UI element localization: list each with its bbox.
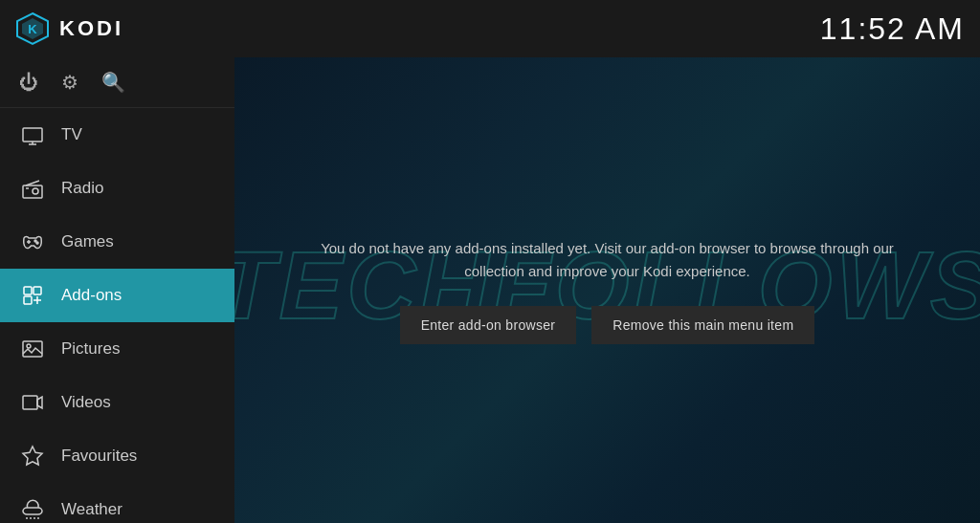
svg-point-9 (34, 240, 36, 242)
favourites-icon (19, 443, 46, 469)
videos-icon (19, 389, 46, 416)
info-text: You do not have any add-ons installed ye… (301, 237, 914, 283)
svg-rect-3 (23, 128, 42, 142)
sidebar-item-favourites[interactable]: Favourites (0, 429, 234, 483)
logo-area: K KODI (15, 11, 123, 46)
sidebar-item-favourites-label: Favourites (61, 447, 137, 466)
content-area: TECHFOLLOWS You do not have any add-ons … (234, 57, 980, 523)
sidebar-controls: ⏻ ⚙ 🔍 (0, 57, 234, 108)
sidebar-item-tv[interactable]: TV (0, 108, 234, 162)
svg-rect-11 (24, 287, 32, 294)
action-buttons: Enter add-on browser Remove this main me… (400, 306, 815, 344)
sidebar-item-radio[interactable]: Radio (0, 162, 234, 215)
remove-menu-item-button[interactable]: Remove this main menu item (591, 306, 814, 344)
top-bar: K KODI 11:52 AM (0, 0, 980, 57)
svg-point-10 (36, 242, 38, 244)
svg-rect-14 (23, 341, 42, 357)
svg-rect-13 (24, 296, 32, 304)
weather-icon (19, 496, 46, 523)
svg-point-15 (27, 344, 31, 348)
sidebar-item-radio-label: Radio (61, 179, 103, 198)
games-icon (19, 229, 46, 255)
sidebar-item-games-label: Games (61, 232, 114, 251)
time-display: 11:52 AM (820, 11, 965, 47)
settings-icon[interactable]: ⚙ (61, 71, 78, 94)
nav-items: TV Radio (0, 108, 234, 523)
power-icon[interactable]: ⏻ (19, 72, 38, 94)
svg-text:K: K (28, 22, 37, 36)
sidebar-item-pictures-label: Pictures (61, 339, 120, 359)
sidebar-item-tv-label: TV (61, 125, 82, 144)
sidebar-item-weather[interactable]: Weather (0, 483, 234, 523)
kodi-logo-icon: K (15, 11, 50, 46)
sidebar-item-pictures[interactable]: Pictures (0, 322, 234, 376)
sidebar-item-addons[interactable]: Add-ons (0, 269, 234, 322)
sidebar-item-weather-label: Weather (61, 500, 122, 519)
svg-rect-12 (33, 287, 41, 294)
sidebar-item-videos-label: Videos (61, 393, 111, 412)
pictures-icon (19, 336, 46, 362)
sidebar-item-addons-label: Add-ons (61, 286, 122, 305)
enter-addon-browser-button[interactable]: Enter add-on browser (400, 306, 577, 344)
tv-icon (19, 121, 46, 148)
content-inner: You do not have any add-ons installed ye… (263, 218, 952, 363)
radio-icon (19, 175, 46, 202)
search-icon[interactable]: 🔍 (101, 71, 125, 94)
svg-marker-17 (23, 447, 42, 465)
sidebar-item-games[interactable]: Games (0, 215, 234, 269)
svg-rect-16 (23, 396, 37, 409)
addons-icon (19, 282, 46, 309)
sidebar-item-videos[interactable]: Videos (0, 376, 234, 429)
app-name: KODI (59, 16, 123, 41)
sidebar: ⏻ ⚙ 🔍 TV (0, 57, 234, 523)
main-layout: ⏻ ⚙ 🔍 TV (0, 57, 980, 523)
svg-point-7 (33, 188, 38, 194)
